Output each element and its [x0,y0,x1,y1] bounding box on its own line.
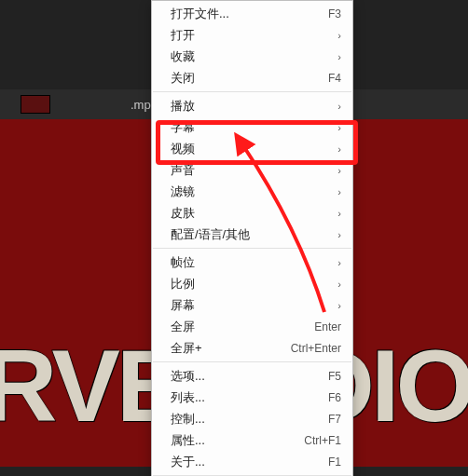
menu-label: 全屏+ [171,340,291,357]
menu-label: 皮肤 [171,205,332,222]
menu-label: 列表... [171,389,328,406]
submenu-icon: › [337,279,341,290]
menu-shortcut: F5 [328,370,341,383]
menu-item-close[interactable]: 关闭 F4 [152,67,352,88]
menu-label: 帧位 [171,254,332,271]
menu-shortcut: F1 [328,456,341,469]
menu-item-config-lang-other[interactable]: 配置/语言/其他 › [152,224,352,245]
menu-label: 选项... [171,368,328,385]
menu-shortcut: F6 [328,391,341,404]
menu-item-playlist[interactable]: 列表... F6 [152,387,352,408]
menu-item-fullscreen-plus[interactable]: 全屏+ Ctrl+Enter [152,337,352,359]
menu-item-dock[interactable]: 帧位 › [152,252,352,273]
menu-separator [153,91,351,92]
menu-label: 比例 [171,276,332,292]
submenu-icon: › [337,300,341,311]
file-thumbnail [21,95,50,114]
menu-shortcut: Ctrl+F1 [304,434,341,447]
menu-item-control[interactable]: 控制... F7 [152,408,352,429]
menu-label: 滤镜 [171,184,332,200]
menu-shortcut: F4 [328,72,341,85]
menu-item-options[interactable]: 选项... F5 [152,365,352,387]
menu-item-favorites[interactable]: 收藏 › [152,46,352,67]
menu-item-skin[interactable]: 皮肤 › [152,202,352,224]
menu-label: 全屏 [171,319,314,335]
menu-label: 打开 [171,27,332,44]
menu-label: 配置/语言/其他 [171,226,332,243]
submenu-icon: › [337,101,341,112]
submenu-icon: › [337,30,341,41]
context-menu: 打开文件... F3 打开 › 收藏 › 关闭 F4 播放 › 字幕 › 视频 … [151,0,353,476]
menu-item-filters[interactable]: 滤镜 › [152,181,352,202]
menu-item-about[interactable]: 关于... F1 [152,451,352,472]
menu-label: 视频 [171,141,332,157]
menu-item-open[interactable]: 打开 › [152,24,352,46]
menu-label: 播放 [171,98,332,115]
submenu-icon: › [337,257,341,268]
submenu-icon: › [337,186,341,197]
menu-shortcut: F3 [328,7,341,20]
menu-label: 收藏 [171,48,332,65]
menu-label: 字幕 [171,119,332,136]
menu-label: 屏幕 [171,297,332,314]
submenu-icon: › [337,229,341,240]
menu-separator [153,248,351,249]
submenu-icon: › [337,143,341,155]
menu-item-fullscreen[interactable]: 全屏 Enter [152,316,352,337]
menu-label: 属性... [171,432,304,449]
menu-shortcut: F7 [328,413,341,426]
menu-label: 关于... [171,454,328,470]
menu-label: 关闭 [171,70,328,87]
menu-item-properties[interactable]: 属性... Ctrl+F1 [152,429,352,451]
submenu-icon: › [337,208,341,219]
menu-item-video[interactable]: 视频 › [152,138,352,159]
submenu-icon: › [337,165,341,176]
submenu-icon: › [337,51,341,62]
menu-item-play[interactable]: 播放 › [152,95,352,116]
menu-shortcut: Enter [314,320,341,333]
menu-item-open-file[interactable]: 打开文件... F3 [152,3,352,24]
menu-shortcut: Ctrl+Enter [291,342,341,355]
menu-label: 打开文件... [171,6,328,22]
menu-item-screen[interactable]: 屏幕 › [152,294,352,316]
menu-item-subtitle[interactable]: 字幕 › [152,116,352,138]
menu-label: 控制... [171,411,328,428]
submenu-icon: › [337,122,341,133]
menu-item-audio[interactable]: 声音 › [152,159,352,181]
menu-label: 声音 [171,162,332,179]
menu-separator [153,361,351,362]
menu-item-ratio[interactable]: 比例 › [152,273,352,294]
